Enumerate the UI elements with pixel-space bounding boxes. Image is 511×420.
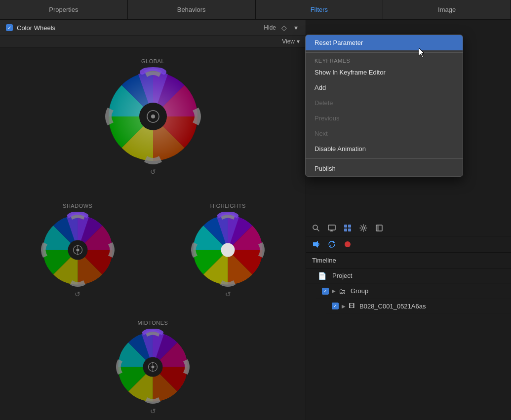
project-item[interactable]: 📄 Project xyxy=(306,268,511,284)
svg-rect-33 xyxy=(344,225,347,228)
svg-line-29 xyxy=(317,229,319,231)
top-tabs: Properties Behaviors Filters Image xyxy=(0,0,511,20)
shadows-reset-icon[interactable]: ↺ xyxy=(75,290,80,298)
svg-marker-40 xyxy=(313,241,318,248)
midtones-label: MIDTONES xyxy=(138,320,168,326)
midtones-wheel-svg[interactable] xyxy=(115,329,191,405)
tab-properties[interactable]: Properties xyxy=(0,0,128,19)
hide-button[interactable]: Hide xyxy=(264,24,276,31)
group-checkbox[interactable] xyxy=(322,288,329,295)
menu-divider-1 xyxy=(306,52,463,53)
midtones-reset-icon[interactable]: ↺ xyxy=(150,407,156,415)
global-wheel-svg[interactable] xyxy=(104,67,202,166)
wheels-grid: GLOBAL xyxy=(0,47,306,420)
media-toolbar xyxy=(306,236,511,253)
color-wheels-checkbox[interactable] xyxy=(6,24,13,31)
audio-icon[interactable] xyxy=(311,239,321,249)
highlights-wheel-container[interactable] xyxy=(190,212,266,288)
menu-item-previous[interactable]: Previous xyxy=(306,111,463,126)
tab-behaviors[interactable]: Behaviors xyxy=(128,0,256,19)
clip-arrow-icon: ▶ xyxy=(342,304,346,309)
view-bar: View ▾ xyxy=(0,36,306,47)
color-wheels-title: Color Wheels xyxy=(17,24,260,32)
clip-name: B028_C001_0521A6as xyxy=(359,303,426,310)
highlights-wheel-wrap: HIGHLIGHTS xyxy=(156,203,301,298)
midtones-wheel-container[interactable] xyxy=(115,329,191,405)
timeline-label: Timeline xyxy=(306,253,511,268)
view-dropdown[interactable]: View ▾ xyxy=(282,38,300,45)
shadows-wheel-svg[interactable] xyxy=(39,212,116,288)
group-name: Group xyxy=(351,287,368,295)
view-label-text: View xyxy=(282,38,295,45)
project-tree: 📄 Project ▶ 🗂 Group ▶ 🎞 B028_C001_0521A6… xyxy=(306,268,511,420)
color-wheels-header: Color Wheels Hide ◇ ▾ xyxy=(0,20,306,36)
shadows-wheel-container[interactable] xyxy=(39,212,116,288)
global-wheel: GLOBAL xyxy=(5,58,301,176)
group-item[interactable]: ▶ 🗂 Group xyxy=(316,284,511,299)
menu-section-keyframes: KEYFRAMES xyxy=(306,55,463,65)
loop-icon[interactable] xyxy=(327,239,337,249)
svg-point-6 xyxy=(151,115,155,118)
layers-icon[interactable] xyxy=(374,223,384,233)
group-arrow-icon: ▶ xyxy=(332,288,336,294)
header-icons: ◇ ▾ xyxy=(280,24,300,32)
highlights-label: HIGHLIGHTS xyxy=(210,203,246,209)
menu-item-disable-animation[interactable]: Disable Animation xyxy=(306,141,463,156)
menu-item-next[interactable]: Next xyxy=(306,126,463,141)
clip-film-icon: 🎞 xyxy=(349,303,354,309)
svg-point-23 xyxy=(152,366,155,369)
menu-divider-2 xyxy=(306,158,463,159)
svg-rect-34 xyxy=(348,225,351,228)
svg-point-41 xyxy=(345,241,351,247)
menu-item-publish[interactable]: Publish xyxy=(306,161,463,176)
highlights-reset-icon[interactable]: ↺ xyxy=(225,290,231,298)
view-chevron-icon: ▾ xyxy=(297,38,300,45)
keyframe-diamond-icon[interactable]: ◇ xyxy=(280,24,288,32)
clip-checkbox[interactable] xyxy=(332,303,339,309)
menu-item-delete[interactable]: Delete xyxy=(306,95,463,111)
svg-point-18 xyxy=(221,243,235,257)
highlights-wheel-svg[interactable] xyxy=(190,212,266,288)
bottom-area: Timeline 📄 Project ▶ 🗂 Group ▶ xyxy=(306,220,511,420)
svg-rect-36 xyxy=(348,229,351,231)
group-folder-icon: 🗂 xyxy=(339,287,346,295)
project-doc-icon: 📄 xyxy=(318,272,326,280)
midtones-wheel-wrap: MIDTONES xyxy=(5,320,301,415)
chevron-down-icon[interactable]: ▾ xyxy=(292,24,300,32)
tab-filters[interactable]: Filters xyxy=(256,0,384,19)
record-icon[interactable] xyxy=(343,239,353,249)
context-menu: Reset Parameter KEYFRAMES Show In Keyfra… xyxy=(305,35,463,177)
svg-rect-30 xyxy=(328,225,335,230)
svg-rect-35 xyxy=(344,229,347,231)
menu-item-reset-parameter[interactable]: Reset Parameter xyxy=(306,35,463,50)
project-name: Project xyxy=(332,272,352,279)
svg-rect-39 xyxy=(377,226,379,230)
menu-item-show-keyframe-editor[interactable]: Show In Keyframe Editor xyxy=(306,65,463,80)
left-panel: Color Wheels Hide ◇ ▾ View ▾ GLOBAL xyxy=(0,20,306,420)
shadows-label: SHADOWS xyxy=(63,203,92,209)
global-reset-icon[interactable]: ↺ xyxy=(150,168,156,176)
settings-icon[interactable] xyxy=(358,223,368,233)
global-label: GLOBAL xyxy=(141,58,164,64)
clip-item[interactable]: ▶ 🎞 B028_C001_0521A6as xyxy=(326,299,511,314)
monitor-icon[interactable] xyxy=(327,223,337,233)
svg-point-37 xyxy=(362,227,365,229)
grid-icon[interactable] xyxy=(343,223,353,233)
menu-item-add[interactable]: Add xyxy=(306,80,463,95)
main-toolbar xyxy=(306,220,511,236)
search-icon[interactable] xyxy=(311,223,321,233)
tab-image[interactable]: Image xyxy=(383,0,511,19)
svg-point-11 xyxy=(76,249,79,252)
shadows-wheel-wrap: SHADOWS xyxy=(5,203,151,298)
global-wheel-container[interactable] xyxy=(104,67,202,166)
